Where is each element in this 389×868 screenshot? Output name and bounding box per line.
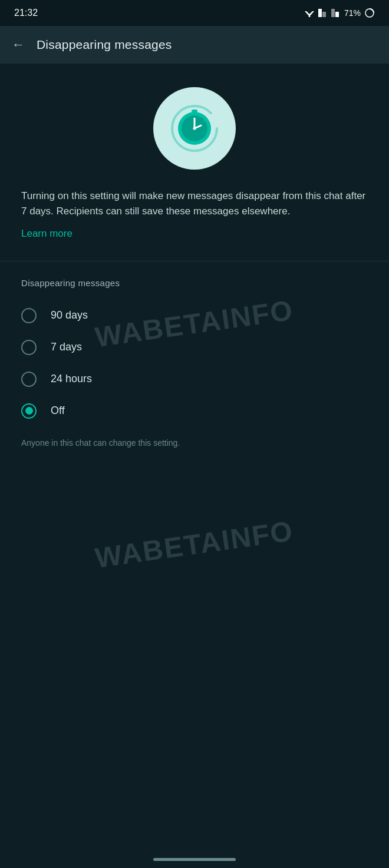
status-time: 21:32 bbox=[14, 8, 38, 18]
radio-24hours bbox=[21, 372, 37, 387]
svg-point-2 bbox=[308, 16, 310, 18]
radio-7days bbox=[21, 340, 37, 355]
svg-marker-3 bbox=[318, 9, 322, 17]
svg-rect-14 bbox=[192, 110, 197, 112]
option-90days-label: 90 days bbox=[51, 309, 88, 322]
option-90days[interactable]: 90 days bbox=[21, 300, 368, 332]
page-title: Disappearing messages bbox=[37, 38, 172, 52]
learn-more-link[interactable]: Learn more bbox=[21, 228, 72, 240]
option-off[interactable]: Off bbox=[21, 395, 368, 427]
option-7days[interactable]: 7 days bbox=[21, 332, 368, 363]
svg-point-13 bbox=[193, 127, 196, 130]
hero-description: Turning on this setting will make new me… bbox=[21, 188, 368, 220]
home-indicator bbox=[153, 858, 236, 861]
radio-off bbox=[21, 403, 37, 419]
back-button[interactable]: ← bbox=[12, 37, 25, 52]
status-bar: 21:32 71% bbox=[0, 0, 389, 26]
svg-marker-5 bbox=[331, 9, 335, 17]
toolbar: ← Disappearing messages bbox=[0, 26, 389, 64]
battery-icon bbox=[364, 8, 375, 18]
wifi-icon bbox=[304, 9, 315, 17]
timer-icon bbox=[168, 102, 221, 155]
watermark-line2: WABETAINFO bbox=[93, 515, 295, 575]
settings-section-label: Disappearing messages bbox=[21, 278, 368, 288]
hero-icon-wrapper bbox=[153, 87, 236, 170]
svg-marker-6 bbox=[335, 12, 339, 17]
settings-section: Disappearing messages 90 days 7 days 24 … bbox=[0, 261, 389, 461]
signal-roaming-icon bbox=[331, 9, 341, 17]
svg-marker-4 bbox=[322, 12, 326, 17]
radio-off-inner bbox=[25, 407, 33, 415]
battery-level: 71% bbox=[344, 8, 361, 18]
settings-footer: Anyone in this chat can change this sett… bbox=[21, 438, 368, 449]
signal-icon bbox=[318, 9, 328, 17]
hero-section: Turning on this setting will make new me… bbox=[0, 64, 389, 261]
radio-90days bbox=[21, 308, 37, 323]
status-icons: 71% bbox=[304, 8, 375, 18]
option-off-label: Off bbox=[51, 405, 65, 417]
option-7days-label: 7 days bbox=[51, 341, 82, 353]
option-24hours[interactable]: 24 hours bbox=[21, 363, 368, 395]
option-24hours-label: 24 hours bbox=[51, 373, 92, 385]
